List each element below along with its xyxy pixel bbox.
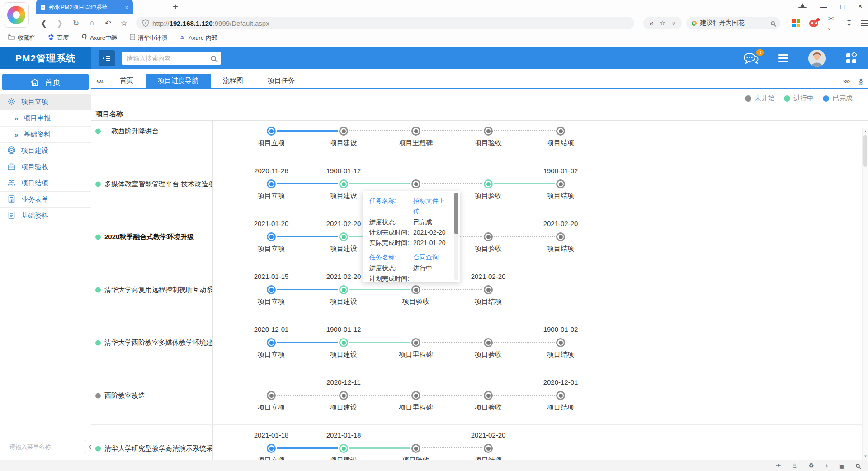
new-tab-button[interactable]: + xyxy=(173,2,178,12)
bookmark-收藏栏[interactable]: 收藏栏 xyxy=(8,34,35,42)
browser-logo-icon[interactable] xyxy=(4,2,29,28)
url-field[interactable]: http://192.168.1.120:9999/Default.aspx xyxy=(136,17,634,29)
zoom-icon[interactable] xyxy=(856,462,860,469)
task-name-link[interactable]: 合同查询 xyxy=(413,252,439,263)
project-name[interactable]: 清华大学研究型教学高清演示系统采购 xyxy=(95,444,213,453)
stage-node-todo[interactable] xyxy=(556,179,565,188)
browser-tab[interactable]: 邦永PM2项目管理系统 × xyxy=(36,0,133,14)
stage-node-todo[interactable] xyxy=(556,391,565,400)
stage-node-todo[interactable] xyxy=(411,444,420,453)
stage-node-todo[interactable] xyxy=(556,127,565,136)
bookmark-Axure 内部[interactable]: aAxure 内部 xyxy=(180,34,217,42)
collapse-sidebar-button[interactable] xyxy=(99,50,115,66)
trash-icon[interactable]: ♻ xyxy=(808,462,814,469)
search-engine-box[interactable]: 建议牡丹为国花 xyxy=(686,17,780,29)
stage-node-doing[interactable] xyxy=(339,179,348,188)
stage-node-doing[interactable] xyxy=(339,338,348,347)
project-name[interactable]: 多媒体教室智能管理平台 技术改造项目 xyxy=(95,180,213,188)
flame-icon[interactable]: ♨ xyxy=(792,462,798,469)
sidebar-item-项目申报[interactable]: »项目申报 xyxy=(0,110,91,127)
menu-search-input[interactable] xyxy=(9,443,89,450)
quick-apps-icon[interactable] xyxy=(845,52,857,64)
stage-node-done[interactable] xyxy=(267,338,276,347)
forward-icon[interactable]: ❯ xyxy=(53,19,67,28)
apps-grid-icon[interactable] xyxy=(792,19,800,27)
sidebar-item-基础资料[interactable]: 基础资料 xyxy=(0,208,91,224)
stage-node-todo[interactable] xyxy=(411,285,420,294)
stage-node-todo[interactable] xyxy=(411,127,420,136)
tab-项目任务[interactable]: 项目任务 xyxy=(255,74,307,88)
bookmark-清华审计演[interactable]: 清华审计演 xyxy=(130,34,167,42)
scrollbar-thumb[interactable] xyxy=(863,135,867,167)
stage-node-todo[interactable] xyxy=(484,232,493,241)
messages-button[interactable]: 0 xyxy=(743,52,759,64)
stage-node-todo[interactable] xyxy=(411,179,420,188)
sidebar-item-项目建设[interactable]: 项目建设 xyxy=(0,143,91,159)
sidebar-item-业务表单[interactable]: 业务表单 xyxy=(0,192,91,208)
stage-node-todo[interactable] xyxy=(411,391,420,400)
theme-hat-icon[interactable] xyxy=(798,3,807,9)
tabs-scroll-right-icon[interactable]: »» xyxy=(843,77,849,85)
tab-项目进度导航[interactable]: 项目进度导航 xyxy=(146,74,211,88)
sidebar-item-基础资料[interactable]: »基础资料 xyxy=(0,127,91,143)
game-controller-icon[interactable] xyxy=(809,20,819,27)
stage-node-doing[interactable] xyxy=(339,444,348,453)
project-name[interactable]: 2020秋季融合式教学环境升级 xyxy=(95,233,194,241)
stage-node-doing[interactable] xyxy=(484,179,493,188)
collapse-tabs-icon[interactable]: «« xyxy=(857,78,865,85)
scroll-up-icon[interactable]: ▲ xyxy=(863,129,868,133)
stage-node-todo[interactable] xyxy=(484,444,493,453)
project-name[interactable]: 西阶教室改造 xyxy=(95,391,145,400)
stage-node-todo[interactable] xyxy=(556,338,565,347)
stage-node-todo[interactable] xyxy=(484,338,493,347)
stage-node-done[interactable] xyxy=(267,232,276,241)
close-window-button[interactable]: × xyxy=(858,2,863,11)
ie-mode-icon[interactable]: e xyxy=(650,19,653,28)
stage-node-todo[interactable] xyxy=(484,285,493,294)
app-menu-icon[interactable] xyxy=(778,57,788,59)
tooltip-scrollbar[interactable] xyxy=(454,193,458,280)
task-name-link[interactable]: 招标文件上传 xyxy=(413,196,451,217)
sidebar-item-项目结项[interactable]: 项目结项 xyxy=(0,175,91,192)
search-icon[interactable] xyxy=(771,21,775,25)
tab-流程图[interactable]: 流程图 xyxy=(211,74,255,88)
stage-node-todo[interactable] xyxy=(411,338,420,347)
back-icon[interactable]: ❮ xyxy=(37,19,51,28)
sidebar-home-button[interactable]: 首页 xyxy=(2,74,89,90)
stage-node-done[interactable] xyxy=(267,127,276,136)
stage-node-todo[interactable] xyxy=(339,127,348,136)
app-search-input[interactable] xyxy=(127,55,211,62)
tab-首页[interactable]: 首页 xyxy=(108,74,146,88)
bookmark-star-icon[interactable]: ☆ xyxy=(118,19,131,28)
sidebar-item-项目验收[interactable]: 项目验收 xyxy=(0,159,91,175)
download-icon[interactable]: ↧ xyxy=(846,19,852,28)
sidebar-item-项目立项[interactable]: 项目立项 xyxy=(0,94,91,110)
bookmark-百度[interactable]: 百度 xyxy=(48,34,69,42)
stage-node-done[interactable] xyxy=(267,179,276,188)
favorite-star-icon[interactable]: ☆ xyxy=(660,19,665,27)
stage-node-todo[interactable] xyxy=(267,391,276,400)
bookmark-Axure中继[interactable]: Axure中继 xyxy=(81,34,117,42)
display-icon[interactable]: ▣ xyxy=(839,462,845,469)
stage-node-done[interactable] xyxy=(267,444,276,453)
tabs-scroll-left-icon[interactable]: «« xyxy=(91,74,108,88)
scroll-down-icon[interactable]: ▼ xyxy=(863,454,868,458)
refresh-icon[interactable]: ↻ xyxy=(69,19,83,28)
speaker-icon[interactable]: ♪ xyxy=(825,462,828,469)
stage-node-done[interactable] xyxy=(267,285,276,294)
chevron-down-icon[interactable]: ∨ xyxy=(672,21,675,26)
project-name[interactable]: 清华大学西阶教室多媒体教学环境建设 xyxy=(95,339,213,347)
stage-node-todo[interactable] xyxy=(339,391,348,400)
close-tab-icon[interactable]: × xyxy=(125,4,128,11)
maximize-button[interactable]: □ xyxy=(840,3,844,10)
scissors-icon[interactable]: ✂∨ xyxy=(827,14,836,33)
browser-menu-icon[interactable] xyxy=(861,23,868,24)
project-name[interactable]: 清华大学高复用远程控制视听互动系统 xyxy=(95,286,213,294)
project-name[interactable]: 二教西阶升降讲台 xyxy=(95,127,159,136)
stage-node-todo[interactable] xyxy=(484,391,493,400)
content-scrollbar[interactable]: ▲ ▼ xyxy=(862,128,868,460)
avatar[interactable] xyxy=(808,50,826,67)
stage-node-doing[interactable] xyxy=(339,232,348,241)
stage-node-todo[interactable] xyxy=(556,232,565,241)
home-icon[interactable]: ⌂ xyxy=(85,19,99,28)
